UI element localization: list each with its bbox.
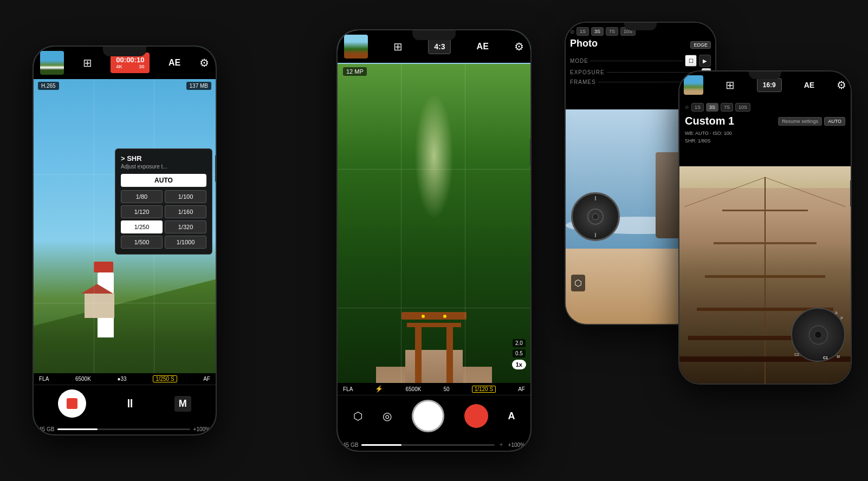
dial-circle[interactable] — [571, 192, 620, 241]
tl-edge-badge[interactable]: EDGE — [690, 41, 711, 49]
progress-fill — [57, 428, 97, 430]
flash-icon[interactable]: ⚡ — [375, 385, 383, 393]
custom-7s-btn[interactable]: 7S — [721, 103, 733, 112]
left-cam-bottom-bar: FLA 6500K ●33 1/250 S AF ⏸ M 45 GB +100% — [34, 373, 216, 434]
custom-params: WB: AUTO · ISO: 100 SHR: 1/80S — [685, 129, 845, 145]
tl-1s-btn[interactable]: 1S — [576, 27, 589, 36]
center-storage-label: 45 GB — [343, 442, 358, 448]
tl-frames-label: FRAMES — [570, 79, 596, 85]
popup-options-grid: 1/80 1/100 1/120 1/160 1/250 1/320 1/500… — [121, 190, 206, 249]
dial-center — [809, 326, 828, 344]
zoom-0.5x[interactable]: 0.5 — [513, 349, 526, 358]
right-front-dial[interactable]: A P M C1 C2 — [791, 308, 845, 362]
fps-sub: 30 — [139, 64, 144, 70]
tl-3s-btn[interactable]: 3S — [591, 27, 604, 36]
popup-title: > SHR — [121, 154, 206, 162]
tl-7s-btn[interactable]: 7S — [606, 27, 618, 36]
right-front-ae[interactable]: AE — [804, 81, 814, 89]
shutter-button[interactable] — [412, 400, 444, 432]
resume-settings-btn[interactable]: Resume settings — [778, 117, 822, 126]
right-front-side-button[interactable] — [850, 180, 852, 207]
center-side-button[interactable] — [530, 139, 532, 166]
grid-icon[interactable]: ⊞ — [83, 56, 92, 69]
copy-icon-btn[interactable]: ⬡ — [571, 275, 585, 291]
custom-1s-btn[interactable]: 1S — [691, 103, 704, 112]
center-progress-fill — [361, 444, 401, 446]
shutter-option-1/100[interactable]: 1/100 — [165, 190, 206, 203]
center-thumbnail[interactable] — [344, 35, 368, 58]
center-phone: ⊞ 4:3 AE ⚙ 12 MP — [336, 29, 532, 452]
dial-m-label: M — [837, 355, 840, 359]
storage-badge: 137 MB — [186, 82, 211, 90]
zoom-controls[interactable]: 2.0 0.5 1x — [512, 339, 526, 369]
switch-camera-icon[interactable]: ⬡ — [353, 410, 362, 422]
custom-3s-btn[interactable]: 3S — [706, 103, 718, 112]
left-phone-notch — [103, 47, 146, 56]
focus-dot-left — [422, 315, 425, 318]
popup-subtitle: Adjust exposure t... — [121, 164, 206, 170]
left-thumbnail[interactable] — [40, 51, 64, 75]
center-af-param[interactable]: AF — [518, 386, 525, 392]
center-ae-label[interactable]: AE — [477, 42, 489, 51]
torii-gate — [407, 312, 461, 388]
wb-iso-line: WB: AUTO · ISO: 100 — [685, 129, 845, 137]
portrait-button[interactable]: A — [508, 411, 515, 422]
shutter-option-1/1000[interactable]: 1/1000 — [165, 236, 206, 249]
tl-mode-label: MODE — [570, 58, 588, 64]
right-front-notch — [749, 72, 781, 79]
right-front-gear-icon[interactable]: ⚙ — [837, 79, 846, 92]
right-dial-circle[interactable]: A P M C1 C2 — [791, 308, 845, 362]
timer-sub: 4K 30 — [116, 64, 144, 70]
center-settings-gear-icon[interactable]: ⚙ — [514, 40, 524, 53]
left-phone-screen: ⊞ 00:00:10 4K 30 AE ⚙ H.265 137 MB — [34, 47, 216, 434]
camera-params-bar: FLA 6500K ●33 1/250 S AF — [34, 373, 216, 385]
right-back-dial[interactable] — [571, 192, 620, 241]
side-button[interactable] — [215, 155, 217, 182]
shutter-option-1/500[interactable]: 1/500 — [121, 236, 163, 249]
record-stop-icon — [67, 398, 77, 409]
shutter-param[interactable]: 1/250 S — [153, 375, 177, 382]
zoom-2x[interactable]: 2.0 — [513, 339, 526, 347]
center-grid-icon[interactable]: ⊞ — [393, 40, 403, 53]
pause-button[interactable]: ⏸ — [124, 396, 136, 411]
shutter-option-1/250[interactable]: 1/250 — [121, 220, 163, 233]
tl-dot-line3 — [598, 82, 683, 82]
ratio-display[interactable]: 4:3 — [428, 39, 451, 54]
right-front-grid-icon[interactable]: ⊞ — [726, 79, 735, 92]
right-front-viewfinder[interactable]: A P M C1 C2 — [679, 166, 851, 384]
ae-label[interactable]: AE — [169, 58, 180, 68]
center-shutter-param[interactable]: 1/120 S — [472, 386, 496, 393]
video-record-button[interactable] — [464, 404, 488, 428]
right-front-thumbnail[interactable] — [684, 75, 703, 95]
wb-param: 6500K — [75, 376, 91, 382]
dial-c1-label: C1 — [823, 356, 828, 360]
center-storage-full-label: +100% — [508, 442, 525, 448]
record-stop-button[interactable] — [58, 389, 86, 418]
shutter-option-1/160[interactable]: 1/160 — [165, 205, 206, 218]
tl-mode-video-btn[interactable]: ▶ — [699, 55, 711, 67]
center-fla-param: FLA — [343, 386, 353, 392]
mp-display: 12 MP — [343, 67, 367, 76]
custom-auto-btn[interactable]: AUTO — [824, 117, 845, 126]
center-camera-params-bar: FLA ⚡ 6500K 50 1/120 S AF — [338, 383, 530, 395]
manual-button[interactable]: M — [174, 396, 191, 412]
right-front-ratio[interactable]: 16:9 — [757, 78, 782, 92]
settings-gear-icon[interactable]: ⚙ — [199, 56, 209, 69]
af-param[interactable]: AF — [203, 376, 210, 382]
custom-timer-off-icon: ⊘ — [685, 105, 689, 110]
shutter-option-1/120[interactable]: 1/120 — [121, 205, 163, 218]
zoom-1x-active[interactable]: 1x — [512, 360, 526, 369]
timer-icon[interactable]: ◎ — [383, 410, 392, 422]
shutter-option-1/80[interactable]: 1/80 — [121, 190, 163, 203]
codec-badge: H.265 — [38, 82, 59, 90]
shutter-option-1/320[interactable]: 1/320 — [165, 220, 206, 233]
left-phone: ⊞ 00:00:10 4K 30 AE ⚙ H.265 137 MB — [33, 46, 217, 435]
dial-c2-label: C2 — [794, 353, 799, 356]
popup-auto-btn[interactable]: AUTO — [121, 174, 206, 187]
custom-10s-btn[interactable]: 10S — [735, 103, 750, 112]
progress-bar — [57, 428, 190, 430]
center-progress-bar — [361, 444, 494, 446]
tl-mode-photo-btn[interactable]: ☐ — [685, 55, 697, 67]
tl-exposure-label: EXPOSURE — [570, 69, 605, 75]
tl-dot-line1 — [591, 61, 683, 61]
